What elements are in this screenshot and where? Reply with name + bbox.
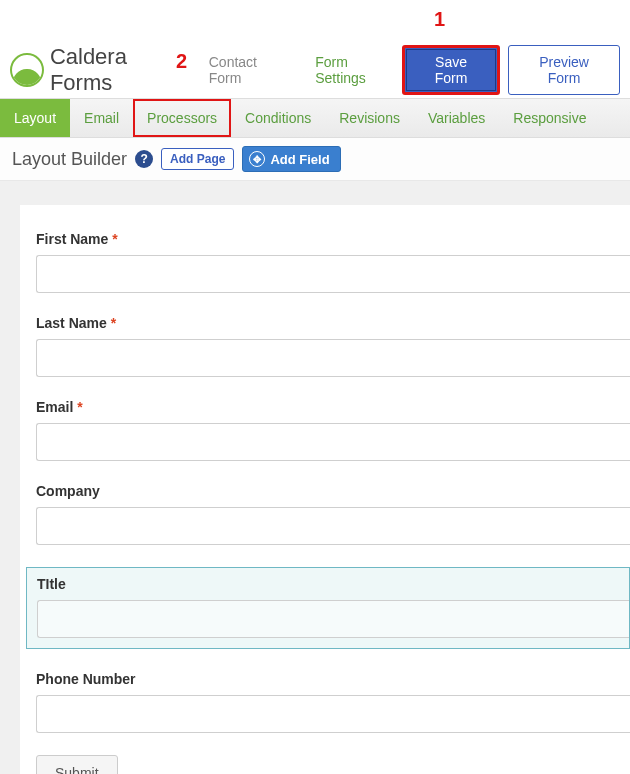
add-field-label: Add Field [270, 152, 329, 167]
field-title[interactable]: TItle [26, 567, 630, 649]
phone-input[interactable] [36, 695, 630, 733]
header-buttons: Save Form Preview Form [402, 45, 620, 95]
tab-email[interactable]: Email [70, 99, 133, 137]
help-icon[interactable]: ? [135, 150, 153, 168]
tab-variables[interactable]: Variables [414, 99, 499, 137]
field-label: Company [36, 483, 630, 499]
add-field-button[interactable]: ✥ Add Field [242, 146, 340, 172]
brand: Caldera Forms [10, 44, 195, 96]
header-bar: 1 2 Caldera Forms Contact Form Form Sett… [0, 36, 630, 98]
form-card: First Name * Last Name * Email * Company [20, 205, 630, 774]
field-label: Phone Number [36, 671, 630, 687]
caldera-logo-icon [10, 53, 44, 87]
field-label: Email * [36, 399, 630, 415]
tab-conditions[interactable]: Conditions [231, 99, 325, 137]
form-settings-link[interactable]: Form Settings [315, 54, 402, 86]
field-label: First Name * [36, 231, 630, 247]
tabs-bar: Layout Email Processors Conditions Revis… [0, 98, 630, 138]
company-input[interactable] [36, 507, 630, 545]
field-company[interactable]: Company [36, 483, 630, 545]
tab-responsive[interactable]: Responsive [499, 99, 600, 137]
submit-button[interactable]: Submit [36, 755, 118, 774]
field-first-name[interactable]: First Name * [36, 231, 630, 293]
email-input[interactable] [36, 423, 630, 461]
last-name-input[interactable] [36, 339, 630, 377]
tab-processors[interactable]: Processors [133, 99, 231, 137]
field-email[interactable]: Email * [36, 399, 630, 461]
save-form-button[interactable]: Save Form [402, 45, 500, 95]
field-label: Last Name * [36, 315, 630, 331]
field-label: TItle [37, 576, 629, 592]
preview-form-button[interactable]: Preview Form [508, 45, 620, 95]
field-last-name[interactable]: Last Name * [36, 315, 630, 377]
layout-builder-header: Layout Builder ? Add Page ✥ Add Field [0, 138, 630, 181]
tab-revisions[interactable]: Revisions [325, 99, 414, 137]
brand-text: Caldera Forms [50, 44, 195, 96]
title-input[interactable] [37, 600, 629, 638]
first-name-input[interactable] [36, 255, 630, 293]
tab-layout[interactable]: Layout [0, 99, 70, 137]
layout-builder-title: Layout Builder [12, 149, 127, 170]
form-name-label[interactable]: Contact Form [209, 54, 293, 86]
form-canvas: First Name * Last Name * Email * Company [0, 181, 630, 774]
add-page-button[interactable]: Add Page [161, 148, 234, 170]
field-phone[interactable]: Phone Number [36, 671, 630, 733]
move-icon: ✥ [249, 151, 265, 167]
